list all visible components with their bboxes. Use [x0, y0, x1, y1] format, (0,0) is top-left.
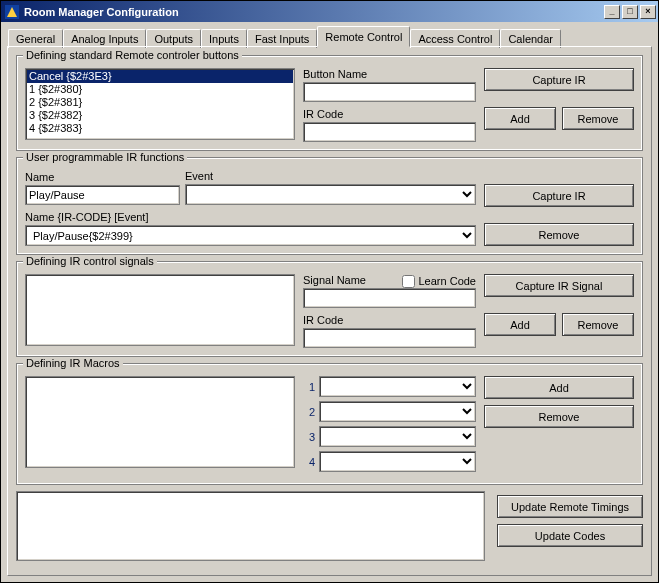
user-event-label: Event: [185, 170, 476, 182]
tabstrip: General Analog Inputs Outputs Inputs Fas…: [7, 26, 652, 47]
group-macros: Defining IR Macros 1 2 3 4 Add Remove: [16, 363, 643, 485]
group-standard-title: Defining standard Remote controler butto…: [23, 49, 242, 61]
group-user-title: User programmable IR functions: [23, 151, 187, 163]
group-signals-title: Defining IR control signals: [23, 255, 157, 267]
signal-name-label: Signal Name: [303, 274, 402, 286]
list-item[interactable]: 1 {$2#380}: [27, 83, 293, 96]
macro-select-1[interactable]: [319, 376, 476, 397]
close-button[interactable]: ×: [640, 5, 656, 19]
list-item[interactable]: 4 {$2#383}: [27, 122, 293, 135]
update-remote-timings-button[interactable]: Update Remote Timings: [497, 495, 643, 518]
button-name-label: Button Name: [303, 68, 476, 80]
log-textarea[interactable]: [16, 491, 485, 561]
user-combo-label: Name {IR-CODE} [Event]: [25, 211, 476, 223]
app-icon: [4, 4, 20, 20]
user-capture-ir-button[interactable]: Capture IR: [484, 184, 634, 207]
learn-code-checkbox[interactable]: [402, 275, 415, 288]
group-user-ir: User programmable IR functions Name Even…: [16, 157, 643, 255]
capture-ir-button[interactable]: Capture IR: [484, 68, 634, 91]
button-name-input[interactable]: [303, 82, 476, 102]
macro-select-2[interactable]: [319, 401, 476, 422]
learn-code-label: Learn Code: [419, 275, 477, 287]
macro-select-3[interactable]: [319, 426, 476, 447]
macro-num-2: 2: [303, 406, 315, 418]
standard-buttons-list[interactable]: Cancel {$2#3E3} 1 {$2#380} 2 {$2#381} 3 …: [25, 68, 295, 140]
window: Room Manager Configuration _ □ × General…: [0, 0, 659, 583]
ir-code-label: IR Code: [303, 108, 476, 120]
signal-remove-button[interactable]: Remove: [562, 313, 634, 336]
window-title: Room Manager Configuration: [24, 6, 602, 18]
macro-select-4[interactable]: [319, 451, 476, 472]
list-item[interactable]: Cancel {$2#3E3}: [27, 70, 293, 83]
content: General Analog Inputs Outputs Inputs Fas…: [1, 22, 658, 582]
user-name-label: Name: [25, 171, 185, 183]
capture-ir-signal-button[interactable]: Capture IR Signal: [484, 274, 634, 297]
macro-remove-button[interactable]: Remove: [484, 405, 634, 428]
ir-code-input[interactable]: [303, 122, 476, 142]
add-button[interactable]: Add: [484, 107, 556, 130]
signals-list[interactable]: [25, 274, 295, 346]
user-combo-select[interactable]: Play/Pause{$2#399}: [25, 225, 476, 246]
tab-remote-control[interactable]: Remote Control: [317, 26, 410, 47]
user-name-input[interactable]: [25, 185, 180, 205]
macro-num-4: 4: [303, 456, 315, 468]
group-standard-buttons: Defining standard Remote controler butto…: [16, 55, 643, 151]
group-macros-title: Defining IR Macros: [23, 357, 123, 369]
macros-list[interactable]: [25, 376, 295, 468]
list-item[interactable]: 3 {$2#382}: [27, 109, 293, 122]
macro-num-3: 3: [303, 431, 315, 443]
signal-ir-code-input[interactable]: [303, 328, 476, 348]
tab-body: Defining standard Remote controler butto…: [7, 46, 652, 576]
user-remove-button[interactable]: Remove: [484, 223, 634, 246]
signal-ir-code-label: IR Code: [303, 314, 476, 326]
titlebar: Room Manager Configuration _ □ ×: [1, 1, 658, 22]
remove-button[interactable]: Remove: [562, 107, 634, 130]
macro-add-button[interactable]: Add: [484, 376, 634, 399]
signal-name-input[interactable]: [303, 288, 476, 308]
minimize-button[interactable]: _: [604, 5, 620, 19]
update-codes-button[interactable]: Update Codes: [497, 524, 643, 547]
group-signals: Defining IR control signals Signal Name …: [16, 261, 643, 357]
list-item[interactable]: 2 {$2#381}: [27, 96, 293, 109]
signal-add-button[interactable]: Add: [484, 313, 556, 336]
macro-num-1: 1: [303, 381, 315, 393]
user-event-select[interactable]: [185, 184, 476, 205]
maximize-button[interactable]: □: [622, 5, 638, 19]
